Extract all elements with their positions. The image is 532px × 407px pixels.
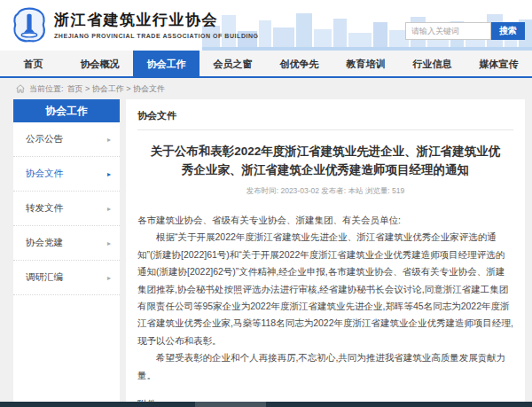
footer-bar	[0, 402, 532, 407]
sidebar: 协会工作 公示公告 ▸ 协会文件 ▸ 转发文件 ▸ 协会党建 ▸ 调研汇编 ▸	[13, 99, 120, 407]
article-paragraph-salutation: 各市建筑业协会、省级有关专业协会、浙建集团、有关会员单位:	[137, 212, 513, 229]
main-panel: 协会文件 关于公布和表彰2022年度浙江省建筑业先进企业、浙江省建筑业优秀企业家…	[126, 99, 525, 407]
search-area: 搜索	[405, 22, 525, 40]
breadcrumb: 当前位置: 首页 > 协会工作 > 协会文件	[0, 78, 532, 99]
association-logo-icon	[11, 6, 48, 43]
site-title: 浙江省建筑业行业协会	[54, 11, 259, 30]
main-nav: 首页 协会概况 协会工作 会员之窗 创优争先 教育培训 行业信息 媒体宣传	[0, 51, 532, 78]
brand-text: 浙江省建筑业行业协会 ZHEJIANG PROVINCIAL TRADE ASS…	[54, 11, 259, 39]
sidebar-item-forwarded-documents[interactable]: 转发文件 ▸	[13, 192, 120, 226]
chevron-right-icon: ▸	[107, 170, 111, 178]
breadcrumb-path[interactable]: 首页 > 协会工作 > 协会文件	[67, 83, 166, 95]
sidebar-item-announcements[interactable]: 公示公告 ▸	[13, 122, 120, 157]
chevron-right-icon: ▸	[107, 136, 111, 144]
home-icon	[16, 84, 25, 93]
article-body: 各市建筑业协会、省级有关专业协会、浙建集团、有关会员单位: 根据“关于开展202…	[137, 212, 513, 407]
section-title: 协会文件	[137, 99, 513, 130]
chevron-right-icon: ▸	[107, 239, 111, 247]
nav-item-excellence[interactable]: 创优争先	[266, 51, 332, 78]
article-title: 关于公布和表彰2022年度浙江省建筑业先进企业、浙江省建筑业优秀企业家、浙江省建…	[145, 143, 505, 180]
article-paragraph-closing: 希望受表彰的企业和个人再接再厉,不忘初心,共同为推进我省建筑业高质量发展贡献力量…	[137, 349, 513, 384]
sidebar-item-association-documents[interactable]: 协会文件 ▸	[13, 157, 120, 192]
article-paragraph-main: 根据“关于开展2022年度浙江省建筑业先进企业、浙江省建筑业优秀企业家评选的通知…	[137, 229, 513, 349]
content-layout: 协会工作 公示公告 ▸ 协会文件 ▸ 转发文件 ▸ 协会党建 ▸ 调研汇编 ▸ …	[0, 99, 532, 407]
sidebar-item-label: 调研汇编	[26, 271, 63, 284]
nav-item-association-work[interactable]: 协会工作	[133, 51, 200, 78]
sidebar-title: 协会工作	[13, 99, 120, 122]
search-button[interactable]: 搜索	[491, 22, 525, 40]
sidebar-item-research-compilation[interactable]: 调研汇编 ▸	[13, 261, 120, 295]
site-subtitle: ZHEJIANG PROVINCIAL TRADE ASSOCIATION OF…	[54, 33, 259, 39]
brand-block[interactable]: 浙江省建筑业行业协会 ZHEJIANG PROVINCIAL TRADE ASS…	[11, 6, 259, 43]
sidebar-item-party-building[interactable]: 协会党建 ▸	[13, 226, 120, 261]
site-header: 浙江省建筑业行业协会 ZHEJIANG PROVINCIAL TRADE ASS…	[0, 0, 532, 51]
nav-item-training[interactable]: 教育培训	[332, 51, 399, 78]
article-meta: 发布时间: 2023-03-02 发布者: 本站 浏览量: 519	[137, 186, 513, 197]
scrollbar-thumb[interactable]	[195, 402, 266, 407]
nav-item-home[interactable]: 首页	[0, 51, 66, 78]
sidebar-item-label: 公示公告	[26, 133, 63, 145]
sidebar-item-label: 协会党建	[26, 237, 63, 249]
chevron-right-icon: ▸	[107, 205, 111, 213]
breadcrumb-label: 当前位置:	[29, 83, 64, 95]
nav-item-members[interactable]: 会员之窗	[200, 51, 266, 78]
nav-item-media[interactable]: 媒体宣传	[466, 51, 532, 78]
sidebar-item-label: 转发文件	[26, 202, 63, 215]
nav-item-about[interactable]: 协会概况	[66, 51, 133, 78]
chevron-right-icon: ▸	[107, 274, 111, 282]
nav-item-industry-info[interactable]: 行业信息	[399, 51, 466, 78]
sidebar-item-label: 协会文件	[26, 168, 63, 180]
search-input[interactable]	[405, 22, 491, 40]
